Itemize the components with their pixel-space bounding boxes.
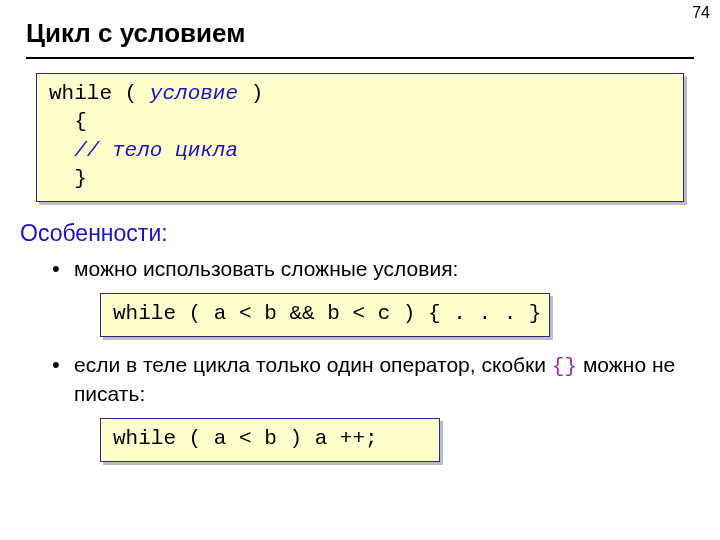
- code-box-no-braces: while ( a < b ) a ++;: [100, 418, 440, 462]
- code-token: {: [74, 110, 87, 133]
- bullet-text-part: если в теле цикла только один оператор, …: [74, 353, 552, 376]
- slide-title: Цикл с условием: [0, 0, 720, 57]
- code-box-complex-condition: while ( a < b && b < c ) { . . . }: [100, 293, 550, 337]
- code-comment: //: [74, 139, 112, 162]
- bullet-text: можно использовать сложные условия:: [74, 257, 458, 280]
- code-line: while ( a < b && b < c ) { . . . }: [113, 300, 537, 328]
- section-heading: Особенности:: [20, 220, 720, 247]
- title-rule: [26, 57, 694, 59]
- code-placeholder-condition: условие: [150, 82, 238, 105]
- code-line: while ( a < b ) a ++;: [113, 425, 427, 453]
- bullet-complex-conditions: можно использовать сложные условия:: [52, 255, 688, 282]
- code-placeholder-body: тело цикла: [112, 139, 238, 162]
- code-line: while ( условие ): [49, 80, 671, 108]
- code-token: }: [74, 167, 87, 190]
- page-number: 74: [692, 4, 710, 22]
- code-token: ): [238, 82, 263, 105]
- bullet-single-statement: если в теле цикла только один оператор, …: [52, 351, 688, 408]
- code-brackets: {}: [552, 355, 577, 378]
- code-token: while (: [49, 82, 150, 105]
- code-line: }: [49, 165, 671, 193]
- code-line: {: [49, 108, 671, 136]
- code-box-while-syntax: while ( условие ) { // тело цикла }: [36, 73, 684, 202]
- code-line: // тело цикла: [49, 137, 671, 165]
